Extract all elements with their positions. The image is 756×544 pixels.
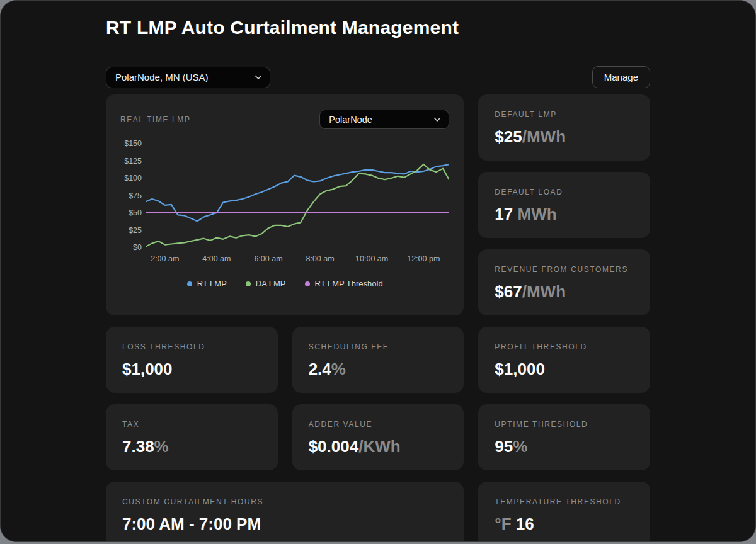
y-axis-tick: $125 (124, 156, 142, 166)
dashboard-grid: REAL TIME LMP PolarNode $150$125$100$75$… (106, 94, 650, 542)
legend-dot-icon (187, 281, 192, 286)
card-label: CUSTOM CURTAILMENT HOURS (122, 497, 447, 506)
legend-dot-icon (305, 281, 310, 286)
legend-label: RT LMP (197, 279, 227, 288)
manage-button[interactable]: Manage (592, 66, 650, 88)
y-axis-tick: $75 (129, 191, 142, 201)
card-label: TAX (122, 420, 261, 429)
uptime-threshold-card: UPTIME THRESHOLD 95% (478, 404, 650, 470)
chevron-down-icon (433, 117, 441, 122)
controls-row: PolarNode, MN (USA) Manage (106, 66, 650, 88)
x-axis-tick: 6:00 am (254, 254, 282, 263)
card-value: 95% (495, 437, 634, 456)
scheduling-fee-card: SCHEDULING FEE 2.4% (292, 327, 464, 393)
profit-threshold-card: PROFIT THRESHOLD $1,000 (478, 327, 650, 393)
card-label: DEFAULT LMP (495, 110, 634, 119)
x-axis-tick: 12:00 pm (407, 254, 440, 263)
legend-label: DA LMP (256, 279, 286, 288)
y-axis-tick: $100 (124, 173, 142, 183)
card-label: DEFAULT LOAD (495, 188, 634, 196)
card-value: 2.4% (309, 360, 448, 379)
x-axis: 2:00 am4:00 am6:00 am8:00 am10:00 am12:0… (146, 254, 449, 266)
revenue-from-customers-card: REVENUE FROM CUSTOMERS $67/MWh (478, 249, 650, 315)
app-window: RT LMP Auto Curtailment Management Polar… (0, 0, 756, 542)
y-axis-tick: $25 (129, 225, 142, 235)
chart-title: REAL TIME LMP (120, 115, 191, 124)
real-time-lmp-chart-card: REAL TIME LMP PolarNode $150$125$100$75$… (106, 94, 464, 315)
card-label: UPTIME THRESHOLD (495, 420, 634, 429)
page-title: RT LMP Auto Curtailment Management (106, 17, 650, 38)
y-axis-tick: $150 (124, 139, 142, 149)
legend-label: RT LMP Threshold (315, 279, 383, 288)
x-axis-tick: 4:00 am (202, 254, 231, 263)
node-select-value: PolarNode (329, 115, 372, 125)
chevron-down-icon (255, 75, 262, 80)
x-axis-tick: 10:00 am (355, 254, 388, 263)
card-value: 17 MWh (495, 205, 634, 224)
card-value: $1,000 (122, 360, 261, 379)
region-select[interactable]: PolarNode, MN (USA) (106, 67, 270, 88)
card-label: LOSS THRESHOLD (122, 343, 261, 351)
y-axis-tick: $50 (129, 208, 142, 218)
default-load-card: DEFAULT LOAD 17 MWh (478, 172, 650, 238)
card-value: 7:00 AM - 7:00 PM (122, 514, 447, 534)
custom-curtailment-hours-card: CUSTOM CURTAILMENT HOURS 7:00 AM - 7:00 … (106, 482, 464, 542)
card-value: °F 16 (495, 514, 634, 534)
adder-value-card: ADDER VALUE $0.004/KWh (292, 404, 464, 470)
lmp-chart-svg (146, 143, 449, 248)
chart-body: $150$125$100$75$50$25$0 (120, 143, 449, 248)
legend-item-rt-lmp-threshold: RT LMP Threshold (305, 279, 383, 288)
legend-item-da-lmp: DA LMP (246, 279, 286, 288)
card-label: SCHEDULING FEE (309, 343, 448, 351)
card-label: ADDER VALUE (309, 420, 448, 429)
chart-legend: RT LMPDA LMPRT LMP Threshold (120, 279, 449, 288)
card-label: TEMPERATURE THRESHOLD (495, 497, 634, 506)
legend-dot-icon (246, 281, 251, 286)
temperature-threshold-card: TEMPERATURE THRESHOLD °F 16 (478, 482, 650, 542)
loss-threshold-card: LOSS THRESHOLD $1,000 (106, 327, 278, 393)
x-axis-tick: 8:00 am (306, 254, 334, 263)
node-select[interactable]: PolarNode (319, 110, 449, 129)
card-value: $1,000 (495, 360, 634, 379)
tax-card: TAX 7.38% (106, 404, 278, 470)
card-label: REVENUE FROM CUSTOMERS (495, 265, 634, 274)
card-label: PROFIT THRESHOLD (495, 343, 634, 351)
legend-item-rt-lmp: RT LMP (187, 279, 227, 288)
card-value: $25/MWh (495, 127, 634, 147)
chart-header: REAL TIME LMP PolarNode (120, 110, 449, 129)
chart-plot (146, 143, 449, 248)
y-axis: $150$125$100$75$50$25$0 (120, 143, 146, 248)
card-value: $0.004/KWh (309, 437, 448, 456)
y-axis-tick: $0 (133, 242, 142, 252)
region-select-value: PolarNode, MN (USA) (115, 72, 209, 82)
card-value: $67/MWh (495, 282, 634, 302)
card-value: 7.38% (122, 437, 261, 456)
default-lmp-card: DEFAULT LMP $25/MWh (478, 94, 650, 161)
x-axis-tick: 2:00 am (151, 254, 179, 263)
